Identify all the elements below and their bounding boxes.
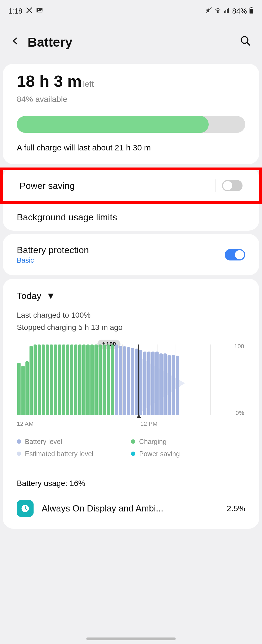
wifi-icon — [214, 7, 221, 16]
background-limits-label: Background usage limits — [17, 212, 117, 223]
x-axis-12am: 12 AM — [17, 420, 34, 427]
legend-item: Charging — [131, 436, 245, 448]
chevron-down-icon: ▼ — [46, 291, 55, 301]
back-button[interactable] — [11, 35, 19, 50]
legend-item: Power saving — [131, 448, 245, 460]
legend-item: Estimated battery level — [17, 448, 131, 460]
battery-protection-label: Battery protection — [17, 245, 89, 255]
clock-icon — [17, 500, 34, 517]
battery-icon — [249, 7, 254, 16]
x-app-icon — [26, 7, 33, 16]
x-axis-12pm: 12 PM — [140, 420, 158, 427]
svg-point-1 — [38, 9, 39, 10]
battery-protection-row[interactable]: Battery protection Basic — [17, 242, 245, 267]
search-button[interactable] — [240, 35, 251, 49]
battery-usage-title: Battery usage: 16% — [17, 479, 245, 488]
battery-chart: 100 100 0% 12 AM 12 PM Battery levelChar… — [17, 344, 245, 460]
available-percent: 84% available — [17, 95, 245, 104]
power-saving-label: Power saving — [19, 181, 75, 191]
power-saving-toggle[interactable] — [222, 180, 243, 191]
svg-rect-5 — [227, 9, 228, 13]
battery-protection-sub: Basic — [17, 256, 89, 265]
legend-item: Battery level — [17, 436, 131, 448]
signal-icon — [224, 7, 230, 15]
settings-card-1: Power saving Background usage limits — [3, 168, 259, 231]
svg-rect-9 — [250, 9, 253, 13]
battery-level-bar — [17, 116, 245, 133]
page-title: Battery — [28, 35, 240, 50]
time-remaining: 18 h 3 m — [17, 72, 82, 90]
app-name: Always On Display and Ambi... — [42, 503, 219, 514]
svg-rect-6 — [228, 8, 229, 13]
home-indicator[interactable] — [86, 637, 176, 640]
gallery-icon — [36, 7, 43, 16]
app-usage-row[interactable]: Always On Display and Ambi... 2.5% — [17, 496, 245, 517]
settings-card-2: Battery protection Basic — [3, 234, 259, 275]
status-battery-pct: 84% — [232, 7, 247, 15]
status-time: 1:18 — [8, 7, 22, 15]
app-percent: 2.5% — [227, 504, 245, 513]
status-bar: 1:18 84% — [0, 0, 262, 18]
today-dropdown[interactable]: Today ▼ — [17, 291, 245, 301]
background-limits-row[interactable]: Background usage limits — [17, 204, 245, 231]
power-saving-row[interactable]: Power saving — [3, 170, 259, 201]
mute-icon — [206, 7, 212, 15]
y-axis-100: 100 — [234, 343, 244, 350]
full-charge-estimate: A full charge will last about 21 h 30 m — [17, 143, 245, 152]
battery-summary-card: 18 h 3 m left 84% available A full charg… — [3, 64, 259, 164]
header: Battery — [0, 18, 262, 60]
usage-card: Today ▼ Last charged to 100% Stopped cha… — [3, 279, 259, 529]
stopped-charging-text: Stopped charging 5 h 13 m ago — [17, 321, 245, 334]
highlight-annotation: Power saving — [0, 168, 262, 204]
chart-legend: Battery levelChargingEstimated battery l… — [17, 436, 245, 460]
last-charged-text: Last charged to 100% — [17, 309, 245, 321]
svg-rect-3 — [224, 11, 225, 13]
today-label: Today — [17, 291, 41, 301]
svg-rect-4 — [225, 10, 226, 13]
svg-line-11 — [247, 42, 250, 45]
battery-protection-toggle[interactable] — [225, 249, 245, 260]
time-remaining-label: left — [83, 79, 94, 88]
y-axis-0: 0% — [235, 410, 244, 417]
